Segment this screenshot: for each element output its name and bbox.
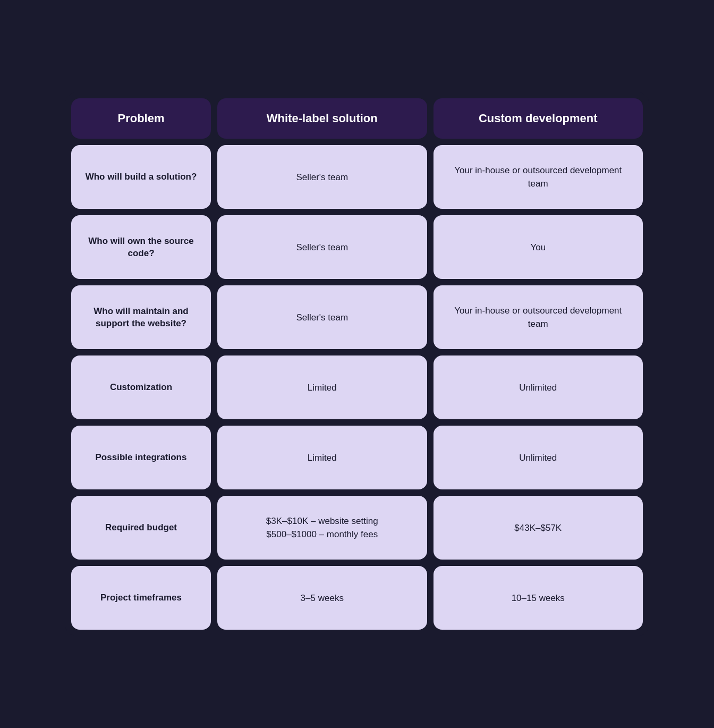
problem-cell-3: Customization [71, 355, 211, 419]
header-custom: Custom development [434, 98, 643, 139]
whitelabel-cell-4: Limited [217, 426, 427, 489]
table-row: Who will own the source code?Seller's te… [71, 215, 643, 279]
problem-cell-2: Who will maintain and support the websit… [71, 285, 211, 349]
custom-cell-0: Your in-house or outsourced development … [434, 145, 643, 209]
header-whitelabel: White-label solution [217, 98, 427, 139]
custom-text-5: $43K–$57K [514, 521, 562, 535]
custom-cell-1: You [434, 215, 643, 279]
custom-cell-2: Your in-house or outsourced development … [434, 285, 643, 349]
whitelabel-cell-6: 3–5 weeks [217, 566, 427, 630]
table-row: Who will build a solution?Seller's teamY… [71, 145, 643, 209]
problem-cell-0: Who will build a solution? [71, 145, 211, 209]
problem-text-3: Customization [110, 381, 172, 394]
whitelabel-cell-2: Seller's team [217, 285, 427, 349]
custom-text-0: Your in-house or outsourced development … [446, 164, 631, 191]
problem-cell-4: Possible integrations [71, 426, 211, 489]
whitelabel-text-1: Seller's team [296, 241, 348, 255]
custom-text-6: 10–15 weeks [512, 591, 565, 605]
custom-text-2: Your in-house or outsourced development … [446, 304, 631, 331]
custom-cell-5: $43K–$57K [434, 496, 643, 560]
whitelabel-text-4: Limited [308, 451, 337, 465]
table-header: Problem White-label solution Custom deve… [65, 92, 649, 139]
header-problem-text: Problem [117, 112, 164, 125]
whitelabel-text-3: Limited [308, 381, 337, 395]
whitelabel-cell-1: Seller's team [217, 215, 427, 279]
problem-text-0: Who will build a solution? [86, 171, 197, 183]
custom-cell-3: Unlimited [434, 355, 643, 419]
comparison-table: Problem White-label solution Custom deve… [65, 92, 649, 637]
problem-text-2: Who will maintain and support the websit… [84, 305, 198, 331]
table-row: Project timeframes3–5 weeks10–15 weeks [71, 566, 643, 630]
problem-text-6: Project timeframes [100, 591, 182, 604]
table-row: CustomizationLimitedUnlimited [71, 355, 643, 419]
custom-text-1: You [530, 241, 546, 255]
problem-text-1: Who will own the source code? [84, 235, 198, 260]
problem-cell-6: Project timeframes [71, 566, 211, 630]
custom-cell-4: Unlimited [434, 426, 643, 489]
whitelabel-text-6: 3–5 weeks [301, 591, 344, 605]
table-body: Who will build a solution?Seller's teamY… [65, 139, 649, 636]
whitelabel-text-0: Seller's team [296, 171, 348, 184]
problem-cell-1: Who will own the source code? [71, 215, 211, 279]
table-row: Who will maintain and support the websit… [71, 285, 643, 349]
whitelabel-text-5: $3K–$10K – website setting$500–$1000 – m… [266, 514, 378, 541]
header-whitelabel-text: White-label solution [267, 112, 378, 125]
table-row: Required budget$3K–$10K – website settin… [71, 496, 643, 560]
header-problem: Problem [71, 98, 211, 139]
whitelabel-cell-0: Seller's team [217, 145, 427, 209]
whitelabel-cell-5: $3K–$10K – website setting$500–$1000 – m… [217, 496, 427, 560]
custom-text-4: Unlimited [519, 451, 557, 465]
custom-text-3: Unlimited [519, 381, 557, 395]
whitelabel-cell-3: Limited [217, 355, 427, 419]
table-row: Possible integrationsLimitedUnlimited [71, 426, 643, 489]
custom-cell-6: 10–15 weeks [434, 566, 643, 630]
problem-cell-5: Required budget [71, 496, 211, 560]
problem-text-4: Possible integrations [96, 451, 187, 464]
problem-text-5: Required budget [105, 521, 177, 534]
header-custom-text: Custom development [479, 112, 598, 125]
whitelabel-text-2: Seller's team [296, 311, 348, 325]
